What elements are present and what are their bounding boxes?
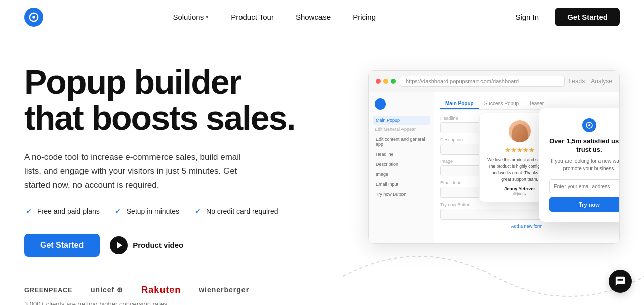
sidebar-item-content[interactable]: Edit content and general app: [373, 135, 430, 149]
sidebar-item-headline[interactable]: Headline: [373, 150, 430, 159]
browser-mockup: https://dashboard.popupsmart.com/dashboa…: [368, 70, 620, 296]
sidebar-section-general: Edit General Appear: [373, 126, 430, 133]
badge-no-credit-card: ✓ No credit card required: [193, 207, 278, 216]
nav-actions: Sign In Get Started: [505, 8, 620, 26]
greenpeace-logo: GREENPEACE: [24, 286, 72, 294]
hero-content: Popup builder that boosts sales. A no-co…: [24, 64, 295, 305]
showcase-nav-item[interactable]: Showcase: [287, 9, 340, 25]
svg-point-3: [588, 124, 590, 126]
check-icon-2: ✓: [114, 207, 123, 216]
browser-url-bar: https://dashboard.popupsmart.com/dashboa…: [400, 76, 565, 87]
sidebar-logo: [375, 98, 386, 110]
popup-heading: Over 1,5m satisfied users trust us.: [549, 137, 619, 154]
svg-point-1: [32, 16, 35, 19]
hero-subtitle: A no-code tool to increase e-commerce sa…: [24, 150, 256, 192]
chat-icon: [615, 276, 626, 287]
check-icon-3: ✓: [193, 207, 202, 216]
logo[interactable]: [24, 8, 43, 27]
solutions-nav-item[interactable]: Solutions ▾: [164, 9, 218, 25]
play-icon: [110, 236, 128, 254]
navbar: Solutions ▾ Product Tour Showcase Pricin…: [0, 0, 644, 34]
browser-sidebar: Main Popup Edit General Appear Edit cont…: [369, 92, 434, 243]
popup-email-input[interactable]: [549, 179, 619, 193]
partner-logos: GREENPEACE unicef ⊕ Rakuten wienerberger: [24, 285, 295, 295]
popup-logo-svg: [585, 121, 593, 129]
pricing-nav-item[interactable]: Pricing: [344, 9, 385, 25]
dot-yellow: [383, 79, 388, 84]
logo-svg: [28, 12, 39, 23]
nav-links: Solutions ▾ Product Tour Showcase Pricin…: [164, 9, 385, 25]
check-icon-1: ✓: [24, 207, 33, 216]
avatar-shape: [512, 124, 528, 142]
chat-widget[interactable]: [609, 270, 632, 293]
popup-logo: [582, 118, 596, 132]
tab-main-popup[interactable]: Main Popup: [440, 98, 479, 109]
clients-text: 3,000+ clients are getting higher conver…: [24, 300, 295, 305]
popup-card: ✕ Over 1,5m satisfied users trust us. If…: [539, 108, 619, 222]
add-form-link[interactable]: Add a new form: [440, 224, 613, 229]
chevron-down-icon: ▾: [206, 14, 209, 20]
hero-illustration: https://dashboard.popupsmart.com/dashboa…: [295, 75, 620, 296]
dot-green: [391, 79, 396, 84]
hero-cta: Get Started Product video: [24, 234, 295, 257]
badge-setup: ✓ Setup in minutes: [114, 207, 179, 216]
sidebar-item-description[interactable]: Description: [373, 160, 430, 169]
product-tour-nav-item[interactable]: Product Tour: [222, 9, 283, 25]
popup-subtext: If you are looking for a new way to prom…: [549, 157, 619, 172]
browser-body: Main Popup Edit General Appear Edit cont…: [369, 92, 619, 243]
reviewer-avatar: [509, 120, 531, 142]
dot-red: [376, 79, 381, 84]
popup-try-now-button[interactable]: Try now: [549, 197, 619, 212]
hero-title: Popup builder that boosts sales.: [24, 64, 295, 136]
browser-window: https://dashboard.popupsmart.com/dashboa…: [368, 70, 620, 244]
hero-section: Popup builder that boosts sales. A no-co…: [0, 34, 644, 305]
product-video-button[interactable]: Product video: [110, 236, 183, 254]
browser-dots: [376, 79, 396, 84]
hero-badges: ✓ Free and paid plans ✓ Setup in minutes…: [24, 207, 295, 216]
sidebar-item-email-input[interactable]: Email Input: [373, 180, 430, 189]
signin-button[interactable]: Sign In: [505, 9, 549, 25]
browser-main: Main Popup Success Popup Teaser Headline…: [434, 92, 619, 243]
sidebar-item-image[interactable]: Image: [373, 170, 430, 179]
browser-nav-buttons: Leads Analyse: [569, 78, 612, 85]
sidebar-item-main-popup[interactable]: Main Popup: [373, 116, 430, 125]
sidebar-item-try-button[interactable]: Try now Button: [373, 190, 430, 199]
get-started-nav-button[interactable]: Get Started: [555, 8, 620, 26]
wienerberger-logo: wienerberger: [199, 286, 249, 294]
unicef-logo: unicef ⊕: [91, 286, 123, 294]
logo-icon: [24, 8, 43, 27]
browser-bar: https://dashboard.popupsmart.com/dashboa…: [369, 71, 619, 92]
get-started-hero-button[interactable]: Get Started: [24, 234, 100, 257]
rakuten-logo: Rakuten: [141, 285, 181, 295]
badge-free-plans: ✓ Free and paid plans: [24, 207, 100, 216]
tab-success-popup[interactable]: Success Popup: [479, 98, 524, 109]
